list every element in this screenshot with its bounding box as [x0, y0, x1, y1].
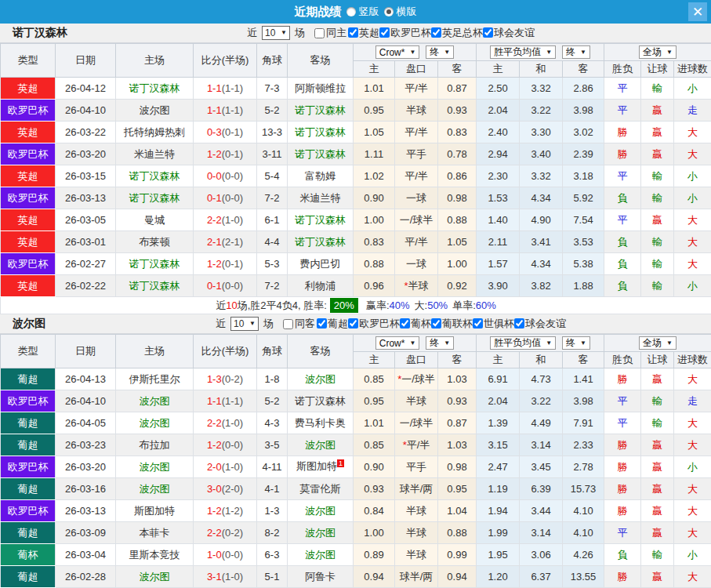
- over-rate-label: 大:: [415, 299, 428, 311]
- league-filter[interactable]: 英超: [348, 26, 379, 40]
- home-team: 诺丁汉森林: [116, 78, 194, 100]
- match-date: 26-03-15: [56, 165, 116, 187]
- summary-text: 近: [216, 299, 226, 311]
- same-side-label: 同客: [295, 317, 315, 331]
- league-filter[interactable]: 英足总杯: [431, 26, 483, 40]
- layout-radio-horizontal[interactable]: 横版: [384, 5, 417, 19]
- draw-odds: 3.82: [520, 275, 563, 297]
- match-row: 葡超26-03-16波尔图3-0(2-0)4-1莫雷伦斯0.93球半/两0.95…: [1, 478, 711, 500]
- col-date: 日期: [56, 44, 116, 78]
- league-filter[interactable]: 葡超: [317, 317, 348, 331]
- league-checkbox[interactable]: [348, 27, 358, 38]
- handicap-line: 半球: [395, 100, 438, 122]
- chevron-down-icon: ▼: [580, 49, 586, 56]
- match-row: 欧罗巴杯26-03-13斯图加特1-2(1-2)1-3波尔图0.84半球1.04…: [1, 500, 711, 522]
- close-icon[interactable]: ✕: [688, 2, 707, 21]
- league-filter[interactable]: 球会友谊: [483, 26, 535, 40]
- match-row: 葡超26-04-05波尔图2-2(1-0)4-3费马利卡奥1.01一/球半0.8…: [1, 412, 711, 434]
- match-row: 英超26-02-22诺丁汉森林0-1(0-0)7-2利物浦0.96*半球0.92…: [1, 275, 711, 297]
- lose-odds: 5.38: [563, 253, 604, 275]
- league-badge: 葡超: [1, 434, 56, 456]
- corner-score: 7-2: [257, 275, 288, 297]
- result-outcome: 平: [604, 209, 641, 231]
- handicap-line: 半球: [395, 500, 438, 522]
- handicap-line: 平/半: [395, 78, 438, 100]
- result-outcome: 勝: [604, 434, 641, 456]
- col-outcome: 胜负: [604, 61, 641, 78]
- corner-score: 13-3: [257, 122, 288, 143]
- recent-results-window: 近期战绩 竖版 横版 ✕ 诺丁汉森林 近 10 ▼ 场 同主: [0, 0, 711, 588]
- match-date: 26-03-16: [56, 478, 116, 500]
- draw-odds: 4.73: [520, 368, 563, 390]
- result-goals: 大: [674, 368, 711, 390]
- europe-odds-select[interactable]: 胜平负均值▼: [490, 336, 556, 350]
- handicap-home-odds: 0.90: [354, 187, 395, 209]
- odds-stage-select[interactable]: 终▼: [426, 336, 454, 350]
- handicap-line: 球半/两: [395, 566, 438, 588]
- league-filter[interactable]: 葡联杯: [431, 317, 473, 331]
- result-goals: 走: [674, 100, 711, 122]
- home-team: 波尔图: [116, 478, 194, 500]
- league-filter[interactable]: 葡杯: [400, 317, 431, 331]
- col-goals-result: 进球数: [674, 352, 711, 368]
- layout-radio-vertical[interactable]: 竖版: [346, 5, 379, 19]
- same-side-filter[interactable]: 同主: [307, 26, 346, 40]
- win-odds: 1.39: [477, 412, 520, 434]
- handicap-line: 半球: [395, 522, 438, 544]
- radio-horizontal-label: 横版: [397, 5, 417, 19]
- period-select[interactable]: 全场▼: [639, 336, 677, 350]
- league-checkbox[interactable]: [431, 27, 441, 38]
- bookmaker-select[interactable]: Crow*▼: [375, 45, 420, 59]
- col-hcp-home: 主: [354, 352, 395, 368]
- league-checkbox[interactable]: [379, 27, 390, 38]
- col-score: 比分(半场): [194, 44, 257, 78]
- league-checkbox[interactable]: [431, 318, 441, 328]
- league-filter[interactable]: 世俱杯: [473, 317, 514, 331]
- match-row: 英超26-04-12诺丁汉森林1-1(1-1)7-3阿斯顿维拉1.01平/半0.…: [1, 78, 711, 100]
- win-odds: 3.15: [477, 434, 520, 456]
- col-date: 日期: [56, 335, 116, 368]
- same-side-filter[interactable]: 同客: [275, 317, 315, 331]
- league-checkbox[interactable]: [400, 318, 410, 328]
- handicap-away-odds: 1.03: [438, 434, 477, 456]
- bookmaker-select[interactable]: Crow*▼: [375, 336, 420, 350]
- match-score: 1-2(0-1): [194, 253, 257, 275]
- radio-selected-icon[interactable]: [384, 7, 394, 16]
- europe-stage-select[interactable]: 终▼: [562, 336, 590, 350]
- win-rate-badge: 20%: [330, 298, 358, 313]
- result-goals: 大: [674, 478, 711, 500]
- period-select[interactable]: 全场▼: [639, 45, 677, 59]
- draw-odds: 6.37: [520, 566, 563, 588]
- league-checkbox[interactable]: [348, 318, 358, 328]
- league-checkbox[interactable]: [483, 27, 493, 38]
- draw-odds: 3.32: [520, 165, 563, 187]
- league-checkbox[interactable]: [473, 318, 483, 328]
- col-away: 客场: [288, 44, 354, 78]
- league-checkbox[interactable]: [317, 318, 327, 328]
- same-side-checkbox[interactable]: [314, 28, 325, 38]
- lose-odds: 1.41: [563, 368, 604, 390]
- match-row: 欧罗巴杯26-04-10波尔图1-1(1-1)5-2诺丁汉森林0.95半球0.9…: [1, 100, 711, 122]
- europe-stage-select[interactable]: 终▼: [562, 45, 590, 59]
- europe-odds-select[interactable]: 胜平负均值▼: [490, 45, 556, 59]
- handicap-away-odds: 0.94: [438, 566, 477, 588]
- match-row: 英超26-03-15诺丁汉森林0-0(0-0)5-4富勒姆1.02平/半0.86…: [1, 165, 711, 187]
- league-badge: 英超: [1, 231, 56, 253]
- match-count-select[interactable]: 10 ▼: [262, 26, 290, 40]
- match-score: 1-2(1-2): [194, 500, 257, 522]
- odds-stage-select[interactable]: 终▼: [426, 45, 454, 59]
- same-side-checkbox[interactable]: [283, 319, 293, 329]
- home-team: 波尔图: [116, 412, 194, 434]
- radio-unselected-icon[interactable]: [346, 7, 356, 16]
- over-rate-value: 50%: [427, 299, 448, 311]
- away-team: 费内巴切: [288, 253, 354, 275]
- league-filter[interactable]: 欧罗巴杯: [348, 317, 400, 331]
- result-goals: 大: [674, 500, 711, 522]
- league-filter[interactable]: 欧罗巴杯: [379, 26, 431, 40]
- league-checkbox[interactable]: [514, 318, 524, 328]
- match-count-select[interactable]: 10 ▼: [230, 317, 259, 331]
- corner-score: 6-1: [257, 209, 288, 231]
- league-filter[interactable]: 球会友谊: [514, 317, 566, 331]
- col-draw: 和: [520, 61, 563, 78]
- draw-odds: 3.06: [520, 544, 563, 566]
